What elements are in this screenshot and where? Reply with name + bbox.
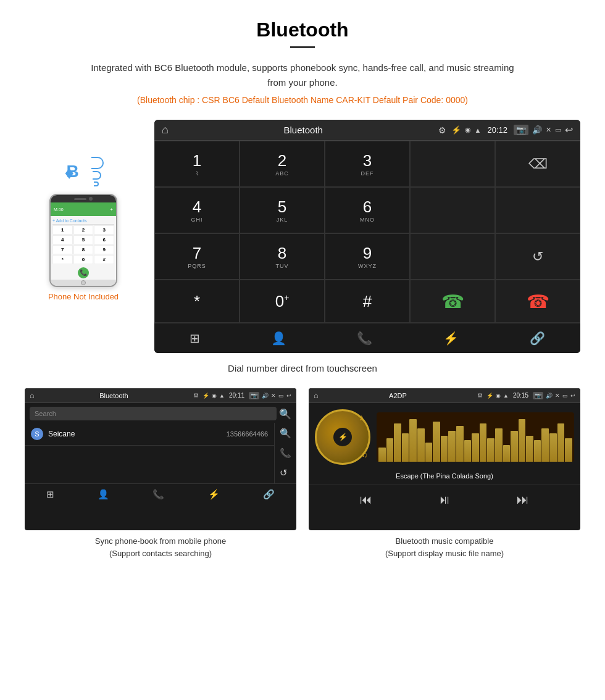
music-back-icon[interactable]: ↩ [570, 393, 575, 399]
dial-key-3[interactable]: 3 DEF [325, 141, 410, 187]
dial-key-2[interactable]: 2 ABC [240, 141, 325, 187]
music-prev-icon[interactable]: ⏮ [360, 493, 372, 507]
pb-close-icon[interactable]: ✕ [271, 393, 276, 399]
dial-call-red-button[interactable]: ☎ [495, 280, 580, 323]
pb-home-icon[interactable]: ⌂ [30, 391, 35, 400]
dial-refresh-button[interactable]: ↺ [495, 233, 580, 280]
nav-contacts-icon[interactable]: 👤 [271, 331, 286, 346]
pb-search-placeholder: Search [35, 410, 56, 417]
pb-sidebar-refresh-icon[interactable]: ↺ [280, 467, 291, 478]
window-icon[interactable]: ▭ [555, 126, 561, 134]
pb-nav-bt[interactable]: ⚡ [208, 489, 220, 500]
dial-empty-2 [410, 187, 495, 233]
viz-bar [441, 436, 448, 462]
music-loc-icon: ◉ [496, 393, 501, 399]
pb-vol-icon[interactable]: 🔊 [262, 393, 269, 399]
pb-sidebar-search-icon[interactable]: 🔍 [280, 428, 291, 439]
viz-bar [378, 448, 386, 462]
dial-home-icon[interactable]: ⌂ [162, 123, 169, 136]
bluetooth-icon-area: ⬧ B [63, 157, 103, 186]
dial-key-5[interactable]: 5 JKL [240, 187, 325, 233]
dial-caption: Dial number direct from touchscreen [25, 363, 580, 373]
camera-icon[interactable]: 📷 [514, 125, 528, 135]
music-win-icon[interactable]: ▭ [562, 393, 568, 399]
phonebook-screen-block: ⌂ Bluetooth ⚙ ⚡ ◉ ▲ 20:11 📷 🔊 ✕ ▭ ↩ [25, 388, 296, 559]
dial-time: 20:12 [487, 125, 507, 135]
pb-contact-number: 13566664466 [227, 430, 268, 438]
pb-usb-icon: ⚙ [193, 392, 199, 399]
dial-call-green-button[interactable]: ☎ [410, 280, 495, 323]
music-bt-icon: ⚡ [486, 393, 493, 399]
pb-search-icon[interactable]: 🔍 [279, 408, 291, 420]
bottom-screens: ⌂ Bluetooth ⚙ ⚡ ◉ ▲ 20:11 📷 🔊 ✕ ▭ ↩ [25, 388, 580, 559]
pb-sidebar-call-icon[interactable]: 📞 [280, 448, 291, 459]
music-screen-block: ⌂ A2DP ⚙ ⚡ ◉ ▲ 20:15 📷 🔊 ✕ ▭ ↩ [309, 388, 580, 559]
title-divider [290, 46, 315, 48]
intro-text: Integrated with BC6 Bluetooth module, su… [86, 60, 519, 90]
viz-bar [472, 433, 479, 462]
dial-key-1[interactable]: 1 ⌇ [154, 141, 240, 187]
dial-bottom-nav: ⊞ 👤 📞 ⚡ 🔗 [154, 323, 580, 353]
pb-nav-grid[interactable]: ⊞ [46, 489, 54, 500]
music-note-1: ♪ [359, 412, 364, 422]
music-controls: ⏮ ⏯ ⏭ [309, 485, 580, 514]
pb-content-area: S Seicane 13566664466 🔍 📞 ↺ [25, 423, 296, 483]
close-icon[interactable]: ✕ [546, 126, 551, 134]
pb-cam-icon[interactable]: 📷 [249, 392, 259, 399]
music-vol-icon[interactable]: 🔊 [546, 393, 553, 399]
dial-key-9[interactable]: 9 WXYZ [325, 233, 410, 280]
viz-bar [409, 419, 417, 462]
music-visualizer [377, 412, 574, 462]
phone-image-area: ⬧ B M:00 + + Add to Con [25, 120, 142, 301]
pb-nav-phone[interactable]: 📞 [152, 489, 164, 500]
dial-key-8[interactable]: 8 TUV [240, 233, 325, 280]
bt-status-icon: ⚡ [451, 125, 461, 135]
viz-bar [394, 423, 401, 462]
nav-grid-icon[interactable]: ⊞ [190, 331, 200, 346]
location-icon: ◉ [465, 126, 471, 134]
dial-key-7[interactable]: 7 PQRS [154, 233, 240, 280]
dial-backspace-button[interactable]: ⌫ [495, 141, 580, 187]
wifi-status-icon: ▲ [475, 127, 482, 134]
dial-key-star[interactable]: * [154, 280, 240, 323]
volume-icon[interactable]: 🔊 [532, 125, 542, 135]
pb-bt-icon: ⚡ [202, 393, 209, 399]
music-cam-icon[interactable]: 📷 [533, 392, 543, 399]
pb-contact-row[interactable]: S Seicane 13566664466 [25, 423, 274, 446]
back-icon[interactable]: ↩ [565, 124, 573, 136]
music-caption: Bluetooth music compatible(Support displ… [309, 535, 580, 559]
pb-nav-contacts[interactable]: 👤 [98, 489, 109, 500]
viz-bar [487, 438, 494, 462]
pb-back-icon[interactable]: ↩ [286, 393, 291, 399]
bluetooth-specs: (Bluetooth chip : CSR BC6 Default Blueto… [25, 95, 580, 105]
dial-key-0[interactable]: 0+ [240, 280, 325, 323]
music-usb-icon: ⚙ [477, 392, 483, 399]
music-next-icon[interactable]: ⏭ [517, 493, 529, 507]
dial-empty-4 [410, 233, 495, 280]
viz-bar [433, 422, 440, 462]
music-close-icon[interactable]: ✕ [555, 393, 560, 399]
pb-win-icon[interactable]: ▭ [278, 393, 284, 399]
music-title: A2DP [322, 392, 474, 399]
main-screen-section: ⬧ B M:00 + + Add to Con [25, 120, 580, 353]
music-screen: ⌂ A2DP ⚙ ⚡ ◉ ▲ 20:15 📷 🔊 ✕ ▭ ↩ [309, 388, 580, 530]
nav-bluetooth-nav-icon[interactable]: ⚡ [443, 331, 459, 346]
pb-status-icons: ⚡ ◉ ▲ 20:11 📷 🔊 ✕ ▭ ↩ [202, 392, 291, 399]
viz-bar [565, 438, 572, 462]
dial-key-4[interactable]: 4 GHI [154, 187, 240, 233]
dial-screen: ⌂ Bluetooth ⚙ ⚡ ◉ ▲ 20:12 📷 🔊 ✕ ▭ ↩ [154, 120, 580, 353]
dial-key-6[interactable]: 6 MNO [325, 187, 410, 233]
phone-mockup: M:00 + + Add to Contacts 1 2 3 4 5 6 7 8… [49, 194, 117, 287]
nav-phone-icon[interactable]: 📞 [357, 331, 372, 346]
pb-nav-link[interactable]: 🔗 [263, 489, 275, 500]
viz-bar [503, 445, 511, 462]
dial-empty-3 [495, 187, 580, 233]
dial-screen-title: Bluetooth [173, 125, 433, 135]
dial-usb-icon: ⚙ [438, 125, 446, 135]
music-home-icon[interactable]: ⌂ [314, 391, 319, 400]
dial-key-hash[interactable]: # [325, 280, 410, 323]
nav-link-icon[interactable]: 🔗 [530, 331, 545, 346]
song-title: Escape (The Pina Colada Song) [309, 471, 580, 481]
music-play-icon[interactable]: ⏯ [438, 493, 451, 507]
pb-search-bar[interactable]: Search [30, 407, 277, 420]
